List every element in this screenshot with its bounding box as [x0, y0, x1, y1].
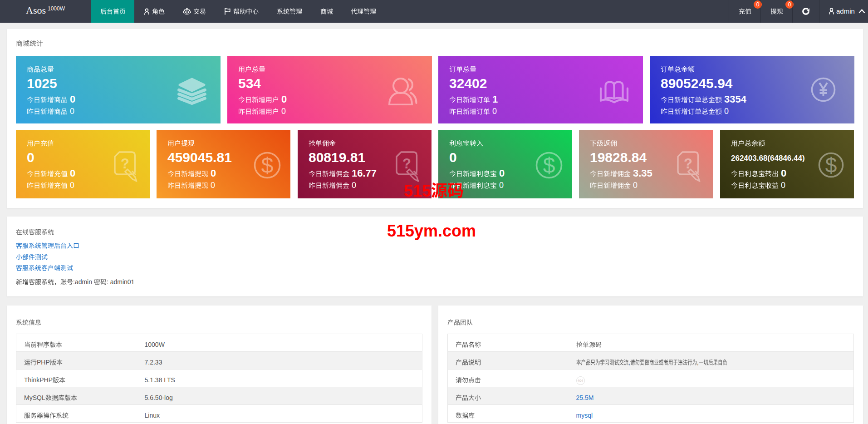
svg-text:$: $	[543, 153, 555, 177]
svg-text:$: $	[825, 153, 837, 177]
svg-text:$: $	[261, 153, 274, 177]
